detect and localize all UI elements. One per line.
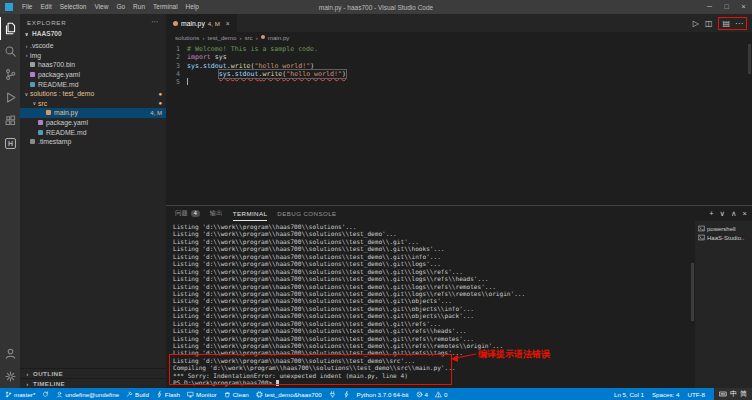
tree-item-package.yaml[interactable]: package.yaml: [20, 70, 166, 80]
menu-file[interactable]: File: [18, 0, 36, 14]
ime-mode[interactable]: 简: [740, 389, 747, 399]
breadcrumb-item-test-demo[interactable]: test_demo: [207, 34, 236, 41]
line-number: 3: [166, 62, 187, 70]
breadcrumb-item-src[interactable]: src: [244, 34, 252, 41]
status-quick-flash[interactable]: [343, 391, 350, 398]
close-tab-icon[interactable]: ×: [226, 20, 230, 27]
select-terminal-icon[interactable]: ∨: [720, 209, 726, 218]
tab-problems-badge: 4, M: [208, 20, 220, 27]
status-cursor-position[interactable]: Ln 5, Col 1: [614, 391, 644, 398]
maximize-panel-icon[interactable]: ∧: [731, 209, 737, 218]
hammer-icon: [126, 391, 133, 398]
status-flash[interactable]: Flash: [156, 391, 180, 398]
tree-item-src[interactable]: ∨src●: [20, 99, 166, 109]
section-timeline[interactable]: ›TIMELINE: [20, 378, 166, 388]
tree-item-haas700.bin[interactable]: haas700.bin: [20, 60, 166, 70]
tree-item-.timestamp[interactable]: .timestamp: [20, 137, 166, 147]
panel-tab-debug-console[interactable]: DEBUG CONSOLE: [277, 206, 336, 221]
minimize-button[interactable]: ─: [701, 0, 718, 14]
tree-item-main.py[interactable]: main.py4, M: [20, 108, 166, 118]
chevron-down-icon: ∨: [23, 31, 30, 37]
menu-run[interactable]: Run: [129, 0, 149, 14]
status-build[interactable]: Build: [126, 391, 149, 398]
panel-tab-输出[interactable]: 输出: [210, 206, 223, 221]
more-actions-icon[interactable]: ⋯: [151, 18, 159, 26]
tree-item-img[interactable]: ›img: [20, 51, 166, 61]
activity-haas-studio[interactable]: H: [0, 132, 20, 155]
maximize-button[interactable]: □: [718, 0, 735, 14]
menu-selection[interactable]: Selection: [56, 0, 91, 14]
sidebar-bottom-sections: ›OUTLINE›TIMELINE: [20, 368, 166, 388]
editor-scrollbar[interactable]: [748, 44, 751, 74]
vscode-logo-icon: [5, 3, 13, 11]
run-python-file-icon[interactable]: ▷: [693, 19, 699, 28]
status-indentation[interactable]: Spaces: 4: [652, 391, 680, 398]
tree-item-package.yaml[interactable]: package.yaml: [20, 118, 166, 128]
tree-item-readme.md[interactable]: README.md: [20, 79, 166, 89]
terminal-line: Listing 'd:\\work\\program\\haas700\\sol…: [173, 335, 695, 342]
deploy-device-icon[interactable]: ▤: [722, 19, 730, 28]
close-button[interactable]: ×: [735, 0, 752, 14]
keyboard-icon: [719, 390, 727, 398]
ime-tray[interactable]: 中简: [714, 388, 752, 400]
terminal-line: Listing 'd:\\work\\program\\haas700\\sol…: [173, 268, 695, 275]
tree-item-readme.md[interactable]: README.md: [20, 127, 166, 137]
activity-explorer[interactable]: [0, 17, 20, 40]
terminal-line: Listing 'd:\\work\\program\\haas700\\sol…: [173, 297, 695, 304]
terminal-icon: [698, 234, 705, 242]
tab-main-py[interactable]: main.py 4, M ×: [166, 14, 237, 32]
menu-help[interactable]: Help: [182, 0, 203, 14]
activity-run-debug[interactable]: [0, 86, 20, 109]
activity-extensions[interactable]: [0, 109, 20, 132]
activity-settings[interactable]: [0, 365, 20, 388]
activity-source-control[interactable]: [0, 63, 20, 86]
tree-item-solutions-test-demo[interactable]: ∨solutions : test_demo●: [20, 89, 166, 99]
close-panel-icon[interactable]: ×: [743, 209, 747, 218]
annotation-text: 编译提示语法错误: [478, 348, 550, 361]
menu-go[interactable]: Go: [112, 0, 129, 14]
terminal-line: PS D:\work\program\haas700>: [173, 379, 695, 386]
section-outline[interactable]: ›OUTLINE: [20, 368, 166, 378]
menu-view[interactable]: View: [90, 0, 112, 14]
panel-tab-label: 问题: [175, 209, 188, 218]
code-token: ): [342, 70, 346, 78]
new-terminal-icon[interactable]: +: [709, 209, 713, 218]
terminal-instance-powershell[interactable]: powershell: [695, 224, 752, 234]
terminal-instance-haas-studio-[interactable]: HaaS-Studio..: [695, 234, 752, 244]
terminal-scrollbar[interactable]: [691, 263, 694, 321]
status-serial-port[interactable]: [329, 391, 336, 398]
status-clean[interactable]: Clean: [224, 391, 249, 398]
ime-mode[interactable]: 中: [730, 389, 737, 399]
status-sync[interactable]: [42, 391, 49, 398]
status-errors[interactable]: 4: [416, 391, 428, 398]
status-monitor[interactable]: Monitor: [187, 391, 217, 398]
activity-search[interactable]: [0, 40, 20, 63]
status-warnings[interactable]: 0: [435, 391, 447, 398]
panel-tab-terminal[interactable]: TERMINAL: [233, 206, 268, 221]
breadcrumb-item-solutions[interactable]: solutions: [175, 34, 199, 41]
chevron-right-icon: ›: [23, 43, 30, 49]
project-root-row[interactable]: ∨ HAAS700: [20, 28, 166, 39]
warning-icon: [435, 391, 442, 398]
status-project-select[interactable]: test_demo&haas700: [256, 391, 322, 398]
status-account[interactable]: undefine@undefine: [56, 391, 119, 398]
code-line-1: 1# Welcome! This is a sample code.: [166, 45, 752, 53]
status-encoding[interactable]: UTF-8: [687, 391, 705, 398]
menu-edit[interactable]: Edit: [36, 0, 55, 14]
panel-tab-问题[interactable]: 问题4: [175, 206, 200, 221]
problems-count-badge: 4: [191, 210, 199, 218]
code-line-2: 2import sys: [166, 53, 752, 61]
status-git-branch[interactable]: master*: [5, 391, 35, 398]
python-file-icon: [173, 21, 178, 26]
tree-item-.vscode[interactable]: ›.vscode: [20, 41, 166, 51]
terminal-output[interactable]: Listing 'd:\\work\\program\\haas700\\sol…: [166, 221, 695, 388]
code-editor[interactable]: 1# Welcome! This is a sample code.2impor…: [166, 42, 752, 205]
breadcrumb[interactable]: solutions›test_demo›src›main.py: [166, 32, 752, 42]
more-actions-icon[interactable]: ⋯: [735, 19, 743, 28]
menu-terminal[interactable]: Terminal: [149, 0, 182, 14]
activity-account[interactable]: [0, 342, 20, 365]
status-python-version[interactable]: Python 3.7.0 64-bit: [357, 391, 409, 398]
section-label: OUTLINE: [33, 370, 63, 377]
breadcrumb-item-main.py[interactable]: main.py: [268, 34, 290, 41]
split-editor-icon[interactable]: ◫: [705, 19, 713, 28]
